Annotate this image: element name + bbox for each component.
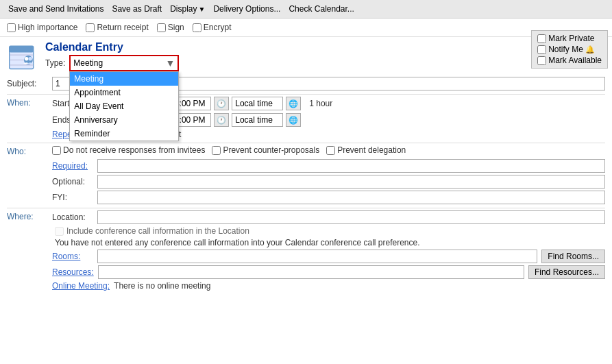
display-dropdown-icon: ▼ <box>199 5 206 13</box>
no-responses-checkbox[interactable] <box>52 146 61 155</box>
return-receipt-option[interactable]: Return receipt <box>86 23 148 32</box>
type-dropdown-arrow: ▼ <box>166 58 175 69</box>
high-importance-checkbox[interactable] <box>7 23 16 32</box>
fyi-input[interactable] <box>97 191 605 204</box>
type-dropdown-menu: Meeting Appointment All Day Event Annive… <box>69 71 179 141</box>
type-option-alldayevent[interactable]: All Day Event <box>70 99 178 113</box>
notify-me-option[interactable]: Notify Me 🔔 <box>537 45 602 54</box>
ends-time-picker[interactable]: 🕐 <box>214 113 229 127</box>
conf-call-warning: You have not entered any conference call… <box>55 238 420 247</box>
type-option-reminder[interactable]: Reminder <box>70 127 178 141</box>
options-row: High importance Return receipt Sign Encr… <box>0 19 612 37</box>
prevent-delegation-option[interactable]: Prevent delegation <box>326 145 406 155</box>
resources-row: Resources: Find Resources... <box>52 265 605 279</box>
online-meeting-row: Online Meeting: There is no online meeti… <box>52 281 605 291</box>
subject-label: Subject: <box>7 79 48 88</box>
svg-point-7 <box>28 57 32 61</box>
mark-private-option[interactable]: Mark Private <box>537 34 602 43</box>
return-receipt-checkbox[interactable] <box>86 23 95 32</box>
display-button[interactable]: Display ▼ <box>166 3 209 15</box>
toolbar: Save and Send Invitations Save as Draft … <box>0 0 612 19</box>
fyi-row: FYI: <box>52 191 605 204</box>
svg-rect-1 <box>10 46 34 52</box>
prevent-counter-option[interactable]: Prevent counter-proposals <box>212 145 319 155</box>
optional-row: Optional: <box>52 175 605 189</box>
conf-call-row: Include conference call information in t… <box>55 226 605 236</box>
mark-available-checkbox[interactable] <box>537 56 546 65</box>
required-row: Required: <box>52 159 605 173</box>
optional-label: Optional: <box>52 177 93 186</box>
starts-tz-picker[interactable]: 🌐 <box>286 97 301 110</box>
type-option-meeting[interactable]: Meeting <box>70 72 178 86</box>
display-label: Display <box>170 4 197 14</box>
type-option-appointment[interactable]: Appointment <box>70 86 178 99</box>
no-responses-option[interactable]: Do not receive responses from invitees <box>52 145 205 155</box>
conf-warn-row: You have not entered any conference call… <box>55 238 605 247</box>
rooms-input[interactable] <box>97 250 537 263</box>
sign-checkbox[interactable] <box>157 23 166 32</box>
starts-tz-input[interactable] <box>232 97 283 110</box>
online-meeting-link[interactable]: Online Meeting: <box>52 281 110 291</box>
type-select-button[interactable]: Meeting ▼ <box>69 55 179 71</box>
main-content: High importance Return receipt Sign Encr… <box>0 19 612 364</box>
location-label: Location: <box>52 213 93 222</box>
resources-link[interactable]: Resources: <box>52 267 94 277</box>
check-calendar-button[interactable]: Check Calendar... <box>284 3 358 15</box>
high-importance-option[interactable]: High importance <box>7 23 77 32</box>
ends-tz-input[interactable] <box>232 113 283 127</box>
find-resources-button[interactable]: Find Resources... <box>528 265 605 279</box>
title-type: Calendar Entry Type: Meeting ▼ Meeting A… <box>45 41 179 71</box>
mark-private-checkbox[interactable] <box>537 34 546 43</box>
type-row: Type: Meeting ▼ Meeting Appointment All … <box>45 55 179 71</box>
ends-tz-picker[interactable]: 🌐 <box>286 113 301 127</box>
calendar-icon <box>7 40 40 73</box>
optional-input[interactable] <box>97 175 605 189</box>
where-label: Where: <box>7 210 48 221</box>
who-options-row: Do not receive responses from invitees P… <box>52 145 605 155</box>
starts-time-picker[interactable]: 🕐 <box>214 97 229 110</box>
conf-call-checkbox <box>55 227 64 236</box>
save-send-button[interactable]: Save and Send Invitations <box>4 3 108 15</box>
bell-icon: 🔔 <box>585 45 595 54</box>
who-label: Who: <box>7 145 48 156</box>
conf-call-label: Include conference call information in t… <box>66 226 249 236</box>
required-input[interactable] <box>97 159 605 173</box>
prevent-delegation-checkbox[interactable] <box>326 146 335 155</box>
where-content: Location: Include conference call inform… <box>52 210 605 291</box>
encrypt-checkbox[interactable] <box>193 23 201 32</box>
header-row: Calendar Entry Type: Meeting ▼ Meeting A… <box>0 37 612 74</box>
prevent-counter-checkbox[interactable] <box>212 146 221 155</box>
type-option-anniversary[interactable]: Anniversary <box>70 113 178 127</box>
who-section: Who: Do not receive responses from invit… <box>7 145 605 204</box>
page-title: Calendar Entry <box>45 41 179 53</box>
when-label: When: <box>7 97 48 108</box>
who-content: Do not receive responses from invitees P… <box>52 145 605 204</box>
online-meeting-text: There is no online meeting <box>114 281 210 291</box>
svg-point-6 <box>25 57 29 61</box>
right-panel: Mark Private Notify Me 🔔 Mark Available <box>531 30 608 69</box>
sign-option[interactable]: Sign <box>157 23 184 32</box>
type-selected-value: Meeting <box>73 58 103 68</box>
notify-me-checkbox[interactable] <box>537 45 546 54</box>
find-rooms-button[interactable]: Find Rooms... <box>541 250 605 263</box>
save-draft-button[interactable]: Save as Draft <box>108 3 166 15</box>
fyi-label: FYI: <box>52 193 93 202</box>
type-dropdown-wrapper: Meeting ▼ Meeting Appointment All Day Ev… <box>69 55 179 71</box>
required-link[interactable]: Required: <box>52 161 93 171</box>
location-row: Location: <box>52 210 605 224</box>
duration-text: 1 hour <box>309 99 332 108</box>
where-section: Where: Location: Include conference call… <box>7 210 605 291</box>
encrypt-option[interactable]: Encrypt <box>193 23 232 32</box>
mark-available-option[interactable]: Mark Available <box>537 56 602 65</box>
location-input[interactable] <box>97 210 605 224</box>
delivery-options-button[interactable]: Delivery Options... <box>209 3 284 15</box>
type-label: Type: <box>45 58 65 68</box>
resources-input[interactable] <box>98 265 524 279</box>
rooms-link[interactable]: Rooms: <box>52 252 93 261</box>
rooms-row: Rooms: Find Rooms... <box>52 250 605 263</box>
